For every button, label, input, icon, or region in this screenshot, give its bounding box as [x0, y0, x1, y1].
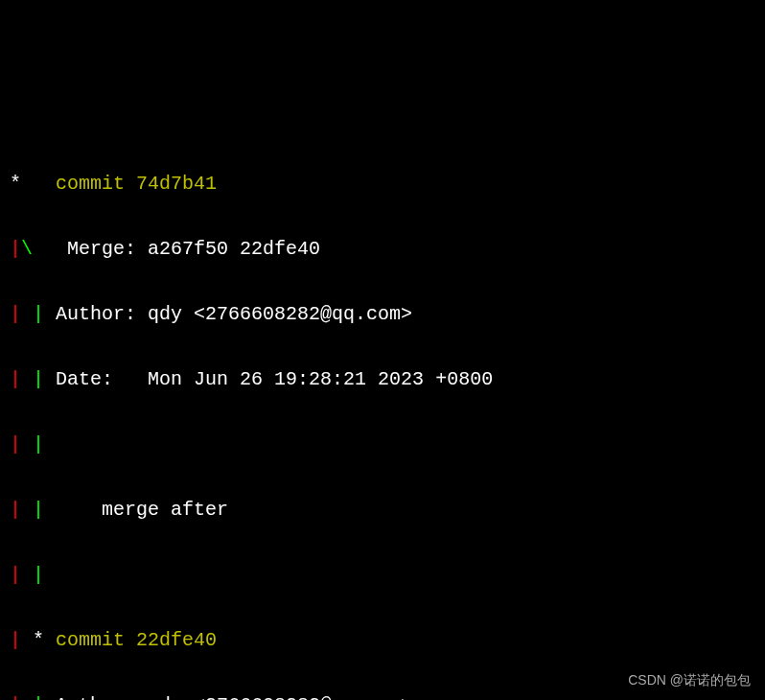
terminal-output: * commit 74d7b41 |\ Merge: a267f50 22dfe… — [10, 135, 755, 700]
blank-line: | | — [10, 559, 755, 592]
message-line: | | merge after — [10, 494, 755, 526]
commit-line: | * commit 22dfe40 — [10, 624, 755, 657]
watermark: CSDN @诺诺的包包 — [628, 669, 751, 692]
blank-line: | | — [10, 429, 755, 461]
date-line: | | Date: Mon Jun 26 19:28:21 2023 +0800 — [10, 363, 755, 396]
commit-line: * commit 74d7b41 — [10, 168, 755, 200]
author-line: | | Author: qdy <2766608282@qq.com> — [10, 298, 755, 331]
merge-line: |\ Merge: a267f50 22dfe40 — [10, 233, 755, 266]
